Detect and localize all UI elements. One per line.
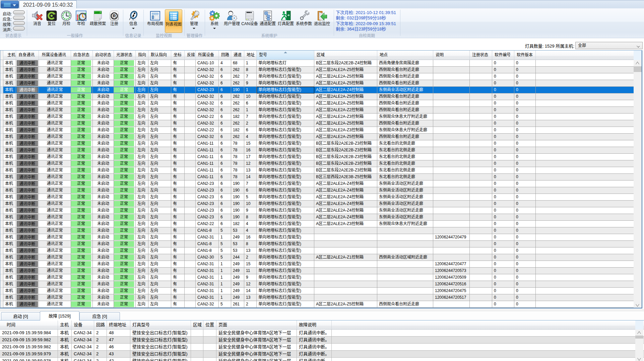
svg-text:R: R <box>113 13 116 18</box>
